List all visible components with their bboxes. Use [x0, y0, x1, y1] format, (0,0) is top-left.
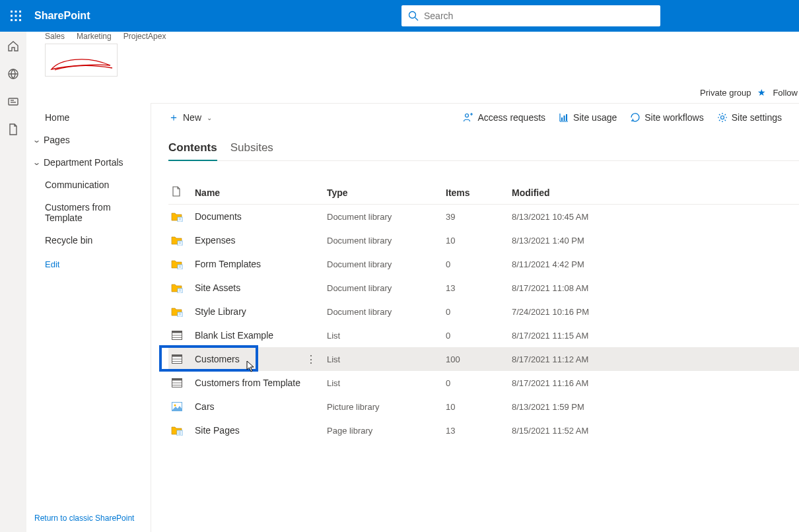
svg-point-15: [466, 114, 469, 117]
row-name[interactable]: Form Templates: [195, 259, 327, 269]
row-type: Document library: [327, 259, 446, 269]
site-usage-button[interactable]: Site usage: [559, 112, 617, 123]
table-row[interactable]: Site PagesPage library138/15/2021 11:52 …: [168, 418, 799, 442]
row-type-icon: [171, 353, 183, 365]
gear-icon: [717, 112, 728, 123]
search-input[interactable]: [424, 11, 654, 21]
site-logo[interactable]: [45, 44, 118, 77]
svg-rect-26: [172, 331, 182, 333]
suite-bar: SharePoint: [0, 0, 799, 32]
nav-department-portals[interactable]: ⌄ Department Portals: [26, 151, 151, 174]
table-row[interactable]: Blank List ExampleList08/17/2021 11:15 A…: [168, 323, 799, 347]
breadcrumb-item[interactable]: Sales: [45, 32, 65, 45]
follow-button[interactable]: Follow: [773, 88, 798, 98]
row-name[interactable]: Expenses: [195, 235, 327, 246]
nav-pages[interactable]: ⌄ Pages: [26, 129, 151, 151]
row-type: Document library: [327, 283, 446, 293]
new-button[interactable]: ＋ New ⌄: [168, 111, 212, 125]
tab-contents[interactable]: Contents: [168, 141, 217, 161]
search-box[interactable]: [401, 5, 660, 26]
col-modified[interactable]: Modified: [512, 187, 683, 198]
home-icon[interactable]: [7, 40, 20, 53]
row-type-icon: [171, 329, 183, 341]
row-type-icon: [171, 306, 183, 317]
tab-subsites[interactable]: Subsites: [230, 141, 273, 161]
svg-rect-18: [566, 114, 567, 121]
row-name[interactable]: Site Assets: [195, 283, 327, 293]
svg-rect-2: [19, 11, 21, 13]
nav-customers-template[interactable]: Customers from Template: [26, 196, 151, 229]
files-icon[interactable]: [7, 123, 20, 136]
command-bar: ＋ New ⌄ Access requests Site usage Site …: [151, 103, 799, 132]
svg-point-38: [174, 405, 176, 407]
row-type: List: [327, 331, 446, 341]
table-row[interactable]: Form TemplatesDocument library08/11/2021…: [168, 252, 799, 276]
file-icon: [171, 186, 182, 197]
search-icon: [408, 11, 419, 21]
table-row[interactable]: DocumentsDocument library398/13/2021 10:…: [168, 205, 799, 228]
svg-rect-23: [178, 288, 182, 293]
table-header: Name Type Items Modified: [168, 181, 799, 205]
row-name[interactable]: Cars: [195, 401, 327, 412]
app-launcher-button[interactable]: [0, 0, 32, 32]
row-type: Page library: [327, 426, 446, 436]
svg-rect-4: [15, 15, 17, 17]
table-row[interactable]: Style LibraryDocument library07/24/2021 …: [168, 300, 799, 323]
row-items: 0: [446, 331, 512, 341]
row-type-icon: [171, 424, 183, 436]
nav-home[interactable]: Home: [26, 103, 151, 129]
news-icon[interactable]: [7, 95, 20, 108]
chevron-down-icon: ⌄: [32, 158, 41, 167]
row-name[interactable]: Style Library: [195, 306, 327, 317]
row-type-icon: [171, 211, 183, 222]
row-name[interactable]: Site Pages: [195, 425, 327, 436]
breadcrumb-item[interactable]: ProjectApex: [123, 32, 166, 45]
site-workflows-button[interactable]: Site workflows: [630, 112, 703, 123]
breadcrumb: Sales Marketing ProjectApex: [45, 32, 166, 45]
row-name[interactable]: Blank List Example: [195, 330, 327, 341]
col-name[interactable]: Name: [195, 187, 327, 198]
svg-rect-1: [15, 11, 17, 13]
table-row[interactable]: CarsPicture library108/13/2021 1:59 PM: [168, 395, 799, 418]
chart-icon: [559, 112, 569, 123]
col-items[interactable]: Items: [446, 187, 512, 198]
svg-rect-21: [178, 241, 182, 246]
col-type[interactable]: Type: [327, 187, 446, 198]
breadcrumb-item[interactable]: Marketing: [77, 32, 112, 45]
nav-communication[interactable]: Communication: [26, 174, 151, 196]
svg-point-9: [409, 12, 416, 18]
svg-rect-5: [19, 15, 21, 17]
nav-edit-link[interactable]: Edit: [26, 251, 151, 277]
contents-table: Name Type Items Modified DocumentsDocume…: [168, 181, 799, 442]
svg-rect-24: [178, 312, 182, 317]
col-icon: [168, 186, 182, 199]
svg-line-10: [415, 18, 419, 21]
row-modified: 8/13/2021 1:59 PM: [512, 402, 683, 412]
table-row[interactable]: CustomersList1008/17/2021 11:12 AM⋮: [168, 347, 799, 371]
svg-rect-3: [11, 15, 13, 17]
table-row[interactable]: Customers from TemplateList08/17/2021 11…: [168, 371, 799, 395]
row-more-button[interactable]: ⋮: [300, 353, 322, 366]
tabs: Contents Subsites: [168, 141, 799, 161]
globe-icon[interactable]: [7, 67, 20, 81]
row-name[interactable]: Documents: [195, 211, 327, 222]
row-items: 0: [446, 378, 512, 388]
row-modified: 8/17/2021 11:15 AM: [512, 331, 683, 341]
nav-recycle-bin[interactable]: Recycle bin: [26, 229, 151, 251]
return-classic-link[interactable]: Return to classic SharePoint: [34, 514, 134, 523]
svg-point-19: [720, 116, 724, 119]
table-row[interactable]: ExpensesDocument library108/13/2021 1:40…: [168, 228, 799, 252]
row-type: List: [327, 354, 446, 364]
nav-label: Pages: [44, 135, 70, 145]
row-items: 13: [446, 283, 512, 293]
star-icon: ★: [757, 87, 766, 98]
svg-rect-16: [561, 117, 563, 121]
access-requests-button[interactable]: Access requests: [463, 112, 545, 123]
svg-rect-7: [15, 19, 17, 21]
app-name[interactable]: SharePoint: [34, 10, 90, 22]
row-modified: 8/17/2021 11:12 AM: [512, 354, 683, 364]
row-name[interactable]: Customers from Template: [195, 378, 327, 388]
site-settings-button[interactable]: Site settings: [717, 112, 782, 123]
row-modified: 7/24/2021 10:16 PM: [512, 307, 683, 317]
table-row[interactable]: Site AssetsDocument library138/17/2021 1…: [168, 276, 799, 300]
